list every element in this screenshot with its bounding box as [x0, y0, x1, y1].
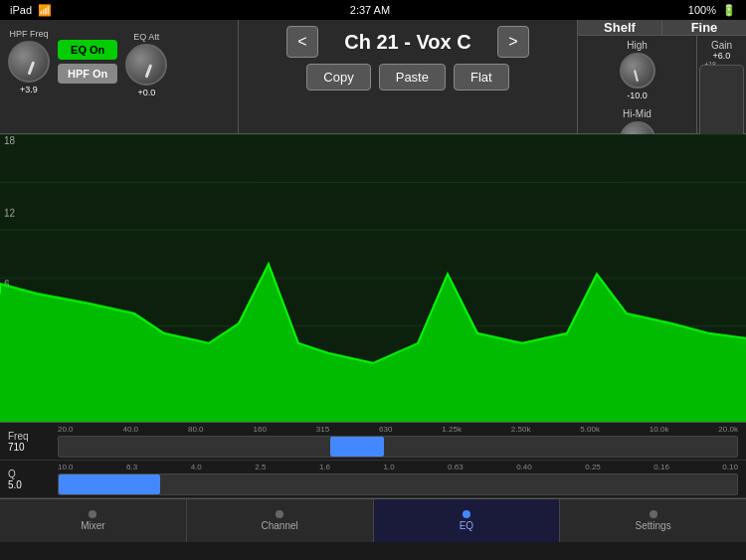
next-channel-button[interactable]: > [497, 26, 529, 58]
prev-channel-button[interactable]: < [286, 26, 318, 58]
freq-slider-row: Freq 710 20.0 40.0 80.0 160 315 630 1.25… [0, 423, 746, 461]
eq-label: EQ [460, 520, 473, 531]
freq-value: 710 [8, 442, 54, 453]
q-scale-marks: 10.0 6.3 4.0 2.5 1.6 1.0 0.63 0.40 0.25 … [54, 461, 742, 471]
freq-scale: 20.0 40.0 80.0 160 315 630 1.25k 2.50k 5… [54, 423, 742, 460]
status-ipad: iPad [10, 4, 32, 16]
freq-slider-track[interactable] [58, 436, 738, 458]
q-slider-track[interactable] [58, 473, 738, 495]
gain-label: Gain [711, 40, 732, 51]
q-label-col: Q 5.0 [4, 468, 54, 490]
status-bar: iPad 📶 2:37 AM 100% 🔋 [0, 0, 746, 20]
channel-dot [276, 510, 283, 518]
status-battery: 100% [688, 4, 716, 16]
flat-button[interactable]: Flat [454, 64, 509, 91]
freq-label-col: Freq 710 [4, 431, 54, 453]
eq-att-area: EQ Att +0.0 [125, 26, 167, 97]
settings-dot [650, 510, 657, 518]
gain-value: +6.0 [713, 51, 731, 61]
nav-mixer[interactable]: Mixer [0, 499, 187, 542]
copy-button[interactable]: Copy [306, 64, 370, 91]
hpf-freq-knob-container: HPF Freq +3.9 [8, 29, 50, 94]
eq-canvas[interactable] [0, 134, 746, 422]
status-wifi-icon: 📶 [38, 4, 52, 17]
eq-att-knob[interactable] [125, 44, 167, 86]
slider-section: Freq 710 20.0 40.0 80.0 160 315 630 1.25… [0, 423, 746, 498]
freq-slider-thumb[interactable] [330, 437, 385, 457]
eq-dot [463, 510, 470, 518]
eq-buttons: EQ On HPF On [58, 40, 117, 84]
channel-label: Channel [261, 520, 297, 531]
q-scale: 10.0 6.3 4.0 2.5 1.6 1.0 0.63 0.40 0.25 … [54, 461, 742, 497]
q-label: Q [8, 468, 54, 479]
eq-att-value: +0.0 [137, 88, 155, 97]
channel-title: Ch 21 - Vox C [328, 31, 487, 54]
high-knob[interactable] [620, 53, 655, 89]
paste-button[interactable]: Paste [379, 64, 446, 91]
left-panel: HPF Freq +3.9 EQ On HPF On EQ Att +0.0 [0, 20, 239, 133]
hi-mid-label: Hi-Mid [623, 108, 652, 119]
shelf-button[interactable]: Shelf [578, 20, 662, 35]
status-time: 2:37 AM [350, 4, 390, 16]
eq-display [0, 134, 746, 423]
center-nav: < Ch 21 - Vox C > Copy Paste Flat [239, 20, 577, 133]
nav-settings[interactable]: Settings [560, 499, 746, 542]
battery-icon: 🔋 [722, 4, 736, 17]
mixer-label: Mixer [81, 520, 104, 531]
high-value: -10.0 [627, 91, 648, 100]
q-value: 5.0 [8, 479, 54, 490]
nav-eq[interactable]: EQ [374, 499, 561, 542]
eq-on-button[interactable]: EQ On [58, 40, 117, 60]
bottom-nav: Mixer Channel EQ Settings [0, 498, 746, 542]
high-label: High [627, 40, 648, 51]
right-panel: Shelf Fine High -10.0 Hi-Mid -6.0 Lo-Mid [577, 20, 746, 133]
eq-att-label: EQ Att [133, 32, 159, 42]
hpf-freq-value: +3.9 [20, 85, 38, 94]
q-slider-row: Q 5.0 10.0 6.3 4.0 2.5 1.6 1.0 0.63 0.40… [0, 461, 746, 498]
freq-scale-marks: 20.0 40.0 80.0 160 315 630 1.25k 2.50k 5… [54, 423, 742, 434]
fine-button[interactable]: Fine [662, 20, 746, 35]
hpf-freq-knob[interactable] [8, 41, 50, 83]
q-slider-thumb[interactable] [59, 474, 160, 494]
hpf-freq-label: HPF Freq [9, 29, 48, 39]
nav-channel[interactable]: Channel [187, 499, 374, 542]
freq-label: Freq [8, 431, 54, 442]
hpf-on-button[interactable]: HPF On [58, 64, 117, 84]
top-controls: HPF Freq +3.9 EQ On HPF On EQ Att +0.0 <… [0, 20, 746, 134]
settings-label: Settings [636, 520, 671, 531]
mixer-dot [89, 510, 96, 518]
